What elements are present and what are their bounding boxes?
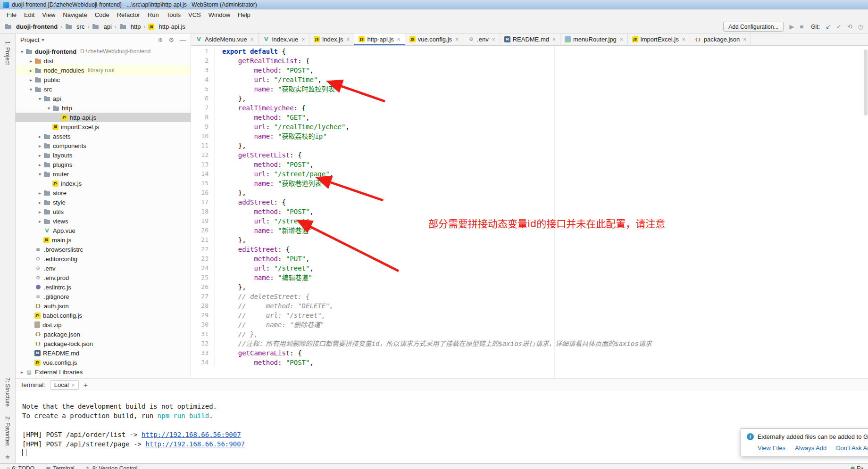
tree-item-dist-zip[interactable]: dist.zip (16, 320, 191, 329)
breadcrumb-item-http-api-js[interactable]: JShttp-api.js (147, 23, 186, 30)
event-log-icon[interactable] (851, 467, 855, 469)
scrollbar-thumb[interactable] (864, 49, 868, 115)
tree-item-layouts[interactable]: ▸layouts (16, 150, 191, 160)
commit-icon[interactable]: ✓ (836, 24, 842, 30)
tree-item-api[interactable]: ▾api (16, 94, 191, 103)
tree-item-auth-json[interactable]: {}auth.json (16, 301, 191, 311)
history-icon[interactable]: ◷ (858, 24, 863, 30)
chevron-right-icon[interactable]: ▸ (36, 200, 43, 205)
chevron-down-icon[interactable]: ▾ (27, 87, 34, 92)
breadcrumb-item-src[interactable]: src (64, 23, 85, 30)
always-add-link[interactable]: Always Add (795, 444, 826, 452)
chevron-right-icon[interactable]: ▸ (18, 370, 25, 375)
chevron-down-icon[interactable]: ▾ (45, 106, 52, 111)
rollback-icon[interactable]: ⟲ (847, 24, 852, 30)
statusbar-version-control[interactable]: ⇅9: Version Control (86, 465, 138, 469)
settings-icon[interactable]: ⚙ (168, 36, 174, 43)
chevron-right-icon[interactable]: ▸ (36, 143, 43, 148)
tree-item-utils[interactable]: ▸utils (16, 207, 191, 216)
tree-item-readme-md[interactable]: MREADME.md (16, 348, 191, 358)
tree-item-views[interactable]: ▸views (16, 216, 191, 226)
menu-window[interactable]: Window (205, 9, 234, 20)
close-icon[interactable]: × (552, 36, 556, 43)
dont-ask-again-link[interactable]: Don't Ask Agai (836, 444, 868, 452)
chevron-right-icon[interactable]: ▸ (36, 153, 43, 158)
tree-item-importexcel-js[interactable]: JSimportExcel.js (16, 122, 191, 132)
tree-item-eslintrc-js[interactable]: .eslintrc.js (16, 282, 191, 292)
menu-tools[interactable]: Tools (163, 9, 184, 20)
view-files-link[interactable]: View Files (758, 444, 785, 452)
tab-index-js[interactable]: JSindex.js× (309, 33, 354, 45)
locate-file-icon[interactable]: ⊕ (158, 36, 163, 43)
tree-item-babel-config-js[interactable]: JSbabel.config.js (16, 311, 191, 320)
tree-item-env[interactable]: ⚙.env (16, 263, 191, 273)
menu-refactor[interactable]: Refactor (113, 9, 144, 20)
close-icon[interactable]: × (492, 36, 495, 43)
tab-vue-config-js[interactable]: JSvue.config.js× (405, 33, 463, 45)
statusbar-todo[interactable]: ≡6: TODO (7, 465, 34, 469)
tab-importexcel-js[interactable]: JSimportExcel.js× (628, 33, 690, 45)
tree-item-editorconfig[interactable]: ⚙.editorconfig (16, 254, 191, 263)
tree-item-duoji-frontend[interactable]: ▾duoji-frontendD:\zheheWeb\duoji-fronten… (16, 47, 191, 56)
close-icon[interactable]: × (72, 382, 75, 388)
tool-button-2-favorites[interactable]: 2: Favorites (4, 416, 11, 446)
tab-asidemenu-vue[interactable]: VAsideMenu.vue× (191, 33, 259, 45)
tree-item-public[interactable]: ▸public (16, 75, 191, 84)
menu-navigate[interactable]: Navigate (59, 9, 91, 20)
tree-item-vue-config-js[interactable]: JSvue.config.js (16, 358, 191, 367)
chevron-right-icon[interactable]: ▸ (36, 190, 43, 196)
tree-item-external-libraries[interactable]: ▸▤External Libraries (16, 367, 191, 377)
menu-edit[interactable]: Edit (20, 9, 38, 20)
run-icon[interactable]: ▶ (789, 24, 794, 30)
close-icon[interactable]: × (346, 36, 350, 43)
tool-button-7-structure[interactable]: 7: Structure (4, 378, 11, 407)
close-icon[interactable]: × (250, 36, 254, 43)
tree-item-app-vue[interactable]: VApp.vue (16, 226, 191, 235)
terminal-link[interactable]: http://192.168.66.56:9007 (142, 431, 241, 438)
terminal-output[interactable]: Note that the development build is not o… (16, 391, 868, 458)
code-editor[interactable]: 1export default {2 getRealTimeList: {3 m… (191, 46, 868, 378)
update-project-icon[interactable]: ↙ (826, 24, 831, 30)
close-icon[interactable]: × (301, 36, 305, 43)
tree-item-store[interactable]: ▸store (16, 188, 191, 197)
tab-http-api-js[interactable]: JShttp-api.js× (354, 33, 405, 45)
menu-file[interactable]: File (3, 9, 20, 20)
menu-vcs[interactable]: VCS (184, 9, 205, 20)
menu-run[interactable]: Run (144, 9, 163, 20)
project-panel-title[interactable]: Project (20, 36, 39, 43)
tab-env[interactable]: ⚙.env× (463, 33, 500, 45)
tree-item-assets[interactable]: ▸assets (16, 132, 191, 141)
chevron-down-icon[interactable]: ▾ (18, 49, 25, 54)
terminal-cursor[interactable] (22, 449, 26, 456)
breadcrumb-item-api[interactable]: api (91, 23, 112, 30)
tool-button-1-project[interactable]: 1: Project (4, 41, 11, 65)
tree-item-http[interactable]: ▾http (16, 103, 191, 113)
tree-item-env-prod[interactable]: ⚙.env.prod (16, 273, 191, 282)
menu-view[interactable]: View (38, 9, 59, 20)
hide-panel-icon[interactable]: ― (180, 36, 186, 43)
tree-item-dist[interactable]: ▸dist (16, 56, 191, 66)
terminal-tab-local[interactable]: Local × (50, 380, 79, 390)
chevron-right-icon[interactable]: ▸ (36, 209, 43, 214)
close-icon[interactable]: × (455, 36, 459, 43)
chevron-right-icon[interactable]: ▸ (36, 162, 43, 167)
tree-item-plugins[interactable]: ▸plugins (16, 160, 191, 169)
tree-item-index-js[interactable]: JSindex.js (16, 179, 191, 188)
tab-package-json[interactable]: {}package.json× (690, 33, 751, 45)
chevron-right-icon[interactable]: ▸ (36, 134, 43, 139)
tree-item-package-lock-json[interactable]: {}package-lock.json (16, 339, 191, 348)
tree-item-gitignore[interactable]: ≡.gitignore (16, 292, 191, 301)
tree-item-node-modules[interactable]: ▸node_moduleslibrary root (16, 66, 191, 75)
chevron-right-icon[interactable]: ▸ (27, 58, 34, 64)
tree-item-main-js[interactable]: JSmain.js (16, 235, 191, 245)
tab-readme-md[interactable]: MREADME.md× (500, 33, 560, 45)
close-icon[interactable]: × (743, 36, 746, 43)
close-icon[interactable]: × (682, 36, 685, 43)
menu-code[interactable]: Code (91, 9, 113, 20)
close-icon[interactable]: × (397, 36, 401, 43)
chevron-right-icon[interactable]: ▸ (27, 77, 34, 82)
tree-item-router[interactable]: ▾router (16, 169, 191, 179)
chevron-down-icon[interactable]: ▾ (42, 37, 44, 42)
chevron-right-icon[interactable]: ▸ (36, 219, 43, 224)
tab-menurouter-jpg[interactable]: menuRouter.jpg× (560, 33, 628, 45)
